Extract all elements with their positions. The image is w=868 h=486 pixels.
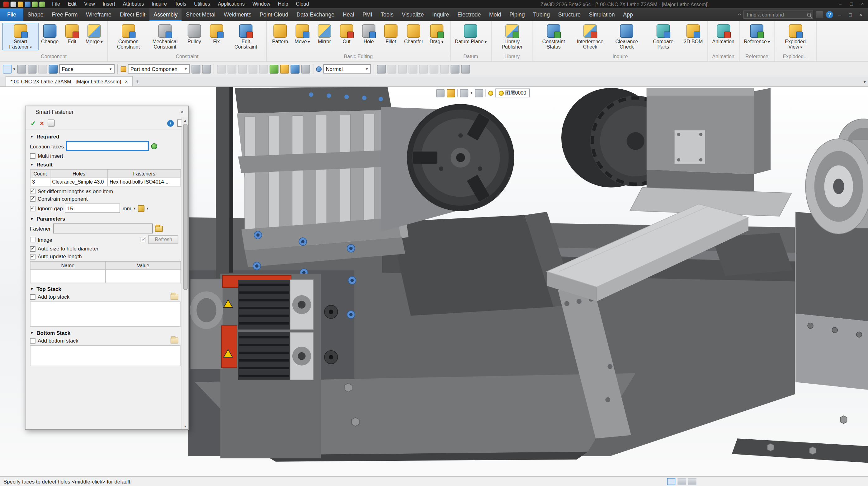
- ignore-gap-checkbox[interactable]: ✓: [30, 206, 35, 211]
- exploded-view-button[interactable]: Exploded View▾: [777, 23, 813, 51]
- apps-grid-icon[interactable]: [816, 11, 823, 19]
- section-result[interactable]: ▼ Result: [30, 161, 178, 168]
- main-chuck[interactable]: [381, 94, 523, 231]
- undo-icon[interactable]: [32, 1, 38, 7]
- tab-mold[interactable]: Mold: [485, 8, 505, 21]
- viewport[interactable]: ▾ 图层0000 Smart Fastener × ✓ × i: [0, 87, 868, 476]
- scrollbar-thumb[interactable]: [183, 124, 187, 290]
- pick-last-icon[interactable]: [377, 64, 385, 73]
- orient-cube-icon[interactable]: [460, 89, 469, 97]
- pick-box-icon[interactable]: [17, 64, 26, 73]
- bom-3d-button[interactable]: 3D BOM: [682, 23, 705, 45]
- menu-file[interactable]: File: [48, 0, 64, 8]
- tab-wireframe[interactable]: Wireframe: [82, 8, 116, 21]
- add-top-stack-checkbox[interactable]: [30, 294, 35, 300]
- bulb-icon[interactable]: [488, 91, 493, 96]
- menu-inquire[interactable]: Inquire: [148, 0, 171, 8]
- set-lengths-checkbox[interactable]: ✓: [30, 188, 35, 194]
- axis-triad-icon[interactable]: [202, 64, 211, 73]
- apply-button[interactable]: [48, 120, 55, 127]
- refresh-button[interactable]: Refresh: [149, 235, 178, 244]
- change-button[interactable]: Change: [39, 23, 61, 45]
- tab-structure[interactable]: Structure: [554, 8, 585, 21]
- library-publisher-button[interactable]: Library Publisher: [494, 23, 530, 51]
- browse-folder-icon[interactable]: [155, 226, 162, 232]
- dropdown-caret[interactable]: ▾: [470, 91, 472, 95]
- tab-data-exchange[interactable]: Data Exchange: [292, 8, 338, 21]
- result-col-holes[interactable]: Holes: [50, 169, 108, 178]
- sketch-pencil-icon[interactable]: [450, 64, 459, 73]
- auto-update-checkbox[interactable]: ✓: [30, 254, 35, 259]
- tab-close-icon[interactable]: ×: [125, 79, 128, 84]
- menu-insert[interactable]: Insert: [99, 0, 119, 8]
- bottom-stack-list[interactable]: [30, 345, 181, 366]
- snap-arc-icon[interactable]: [408, 64, 417, 73]
- tab-direct-edit[interactable]: Direct Edit: [116, 8, 150, 21]
- multi-insert-checkbox[interactable]: [30, 153, 35, 159]
- constrain-component-checkbox[interactable]: ✓: [30, 196, 35, 202]
- open-file-icon[interactable]: [18, 1, 23, 7]
- dropdown-caret[interactable]: ▾: [13, 67, 15, 71]
- new-tab-button[interactable]: +: [133, 76, 143, 86]
- visibility-icon[interactable]: [475, 89, 483, 97]
- gap-options-icon[interactable]: [137, 205, 144, 212]
- dropdown-caret[interactable]: ▾: [147, 206, 149, 210]
- tab-simulation[interactable]: Simulation: [585, 8, 619, 21]
- section-parameters[interactable]: ▼ Parameters: [30, 216, 178, 222]
- visibility-eye-icon[interactable]: [461, 64, 469, 73]
- refresh-view-icon[interactable]: [301, 64, 309, 73]
- tab-sheet-metal[interactable]: Sheet Metal: [182, 8, 220, 21]
- tab-heal[interactable]: Heal: [339, 8, 358, 21]
- smart-fastener-button[interactable]: Smart Fastener▾: [2, 23, 39, 51]
- sub-spindle[interactable]: [561, 88, 792, 216]
- minimize-button[interactable]: –: [835, 0, 846, 8]
- layer-dropdown[interactable]: 图层0000: [495, 88, 530, 97]
- pulley-button[interactable]: Pulley: [183, 23, 206, 45]
- tab-tools[interactable]: Tools: [376, 8, 398, 21]
- filter-face-dropdown[interactable]: Face ▾: [59, 64, 114, 73]
- collapse-ribbon-icon[interactable]: ^: [739, 12, 741, 18]
- section-top-stack[interactable]: ▼ Top Stack: [30, 286, 178, 292]
- shade-mode-icon[interactable]: [447, 89, 455, 97]
- add-bottom-stack-checkbox[interactable]: [30, 338, 35, 344]
- tab-file[interactable]: File: [0, 8, 23, 21]
- tab-list-caret-icon[interactable]: ▾: [864, 79, 866, 85]
- gap-value-input[interactable]: [65, 203, 121, 213]
- table-export-icon[interactable]: [269, 64, 278, 73]
- gap-unit-label[interactable]: mm: [123, 205, 131, 212]
- doc-close-icon[interactable]: ×: [857, 12, 865, 18]
- fix-button[interactable]: Fix: [206, 23, 227, 45]
- align-left-icon[interactable]: [217, 64, 225, 73]
- menu-attributes[interactable]: Attributes: [119, 0, 148, 8]
- align-top-icon[interactable]: [248, 64, 257, 73]
- move-button[interactable]: Move▾: [291, 23, 313, 45]
- edit-constraint-button[interactable]: Edit Constraint: [227, 23, 264, 51]
- unit-caret-icon[interactable]: ▾: [133, 206, 135, 210]
- dialog-titlebar[interactable]: Smart Fastener ×: [26, 106, 188, 117]
- fastener-input[interactable]: [53, 223, 153, 233]
- snap-intersection-icon[interactable]: [440, 64, 448, 73]
- menu-cloud[interactable]: Cloud: [292, 0, 313, 8]
- reference-button[interactable]: Reference▾: [742, 23, 772, 45]
- tab-electrode[interactable]: Electrode: [453, 8, 485, 21]
- param-col-name[interactable]: Name: [30, 261, 105, 270]
- tab-shape[interactable]: Shape: [23, 8, 48, 21]
- mechanical-constraint-button[interactable]: Mechanical Constraint: [147, 23, 183, 51]
- command-search-input[interactable]: [743, 10, 813, 19]
- info-icon[interactable]: i: [167, 120, 174, 126]
- save-icon[interactable]: [25, 1, 31, 7]
- display-mode-dropdown[interactable]: Normal ▾: [323, 64, 371, 73]
- document-tab[interactable]: * 00-CNC 2X Lathe.Z3ASM - [Major Lathe A…: [6, 76, 133, 86]
- tab-pmi[interactable]: PMI: [358, 8, 376, 21]
- menu-applications[interactable]: Applications: [214, 0, 248, 8]
- open-folder-icon[interactable]: [280, 64, 289, 73]
- bottom-stack-folder-icon[interactable]: [170, 337, 178, 344]
- pick-none-icon[interactable]: [38, 64, 47, 73]
- maximize-button[interactable]: □: [846, 0, 857, 8]
- tailstock[interactable]: [796, 119, 868, 423]
- snap-line-icon[interactable]: [387, 64, 396, 73]
- filter-icon[interactable]: [49, 64, 57, 73]
- parameters-table[interactable]: Name Value: [30, 261, 181, 283]
- bom-table-toggle-icon[interactable]: [667, 478, 676, 485]
- display-monitor-icon[interactable]: [678, 478, 686, 485]
